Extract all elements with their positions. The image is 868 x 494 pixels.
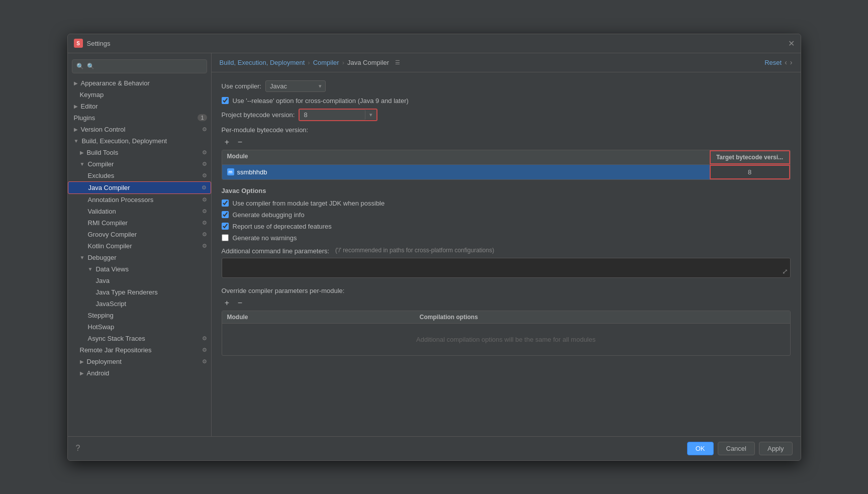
sidebar-item-label: Build, Execution, Deployment bbox=[81, 137, 167, 145]
breadcrumb-sep1: › bbox=[308, 59, 310, 66]
check1-checkbox[interactable] bbox=[222, 200, 229, 207]
override-label: Override compiler parameters per-module: bbox=[222, 287, 791, 294]
expand-icon[interactable]: ⤢ bbox=[782, 267, 788, 275]
sidebar-item-build-tools[interactable]: ▶ Build Tools ⚙ bbox=[68, 147, 211, 158]
settings-icon: ⚙ bbox=[202, 172, 207, 179]
override-placeholder: Additional compilation options will be t… bbox=[222, 324, 790, 355]
sidebar-item-label: RMI Compiler bbox=[88, 219, 128, 227]
sidebar-item-appearance[interactable]: ▶ Appearance & Behavior bbox=[68, 77, 211, 89]
remove-override-btn[interactable]: − bbox=[235, 298, 246, 309]
sidebar-item-java[interactable]: Java bbox=[68, 275, 211, 286]
sidebar-item-java-type-renderers[interactable]: Java Type Renderers bbox=[68, 286, 211, 298]
settings-icon: ⚙ bbox=[202, 161, 207, 167]
sidebar-item-label: Annotation Processors bbox=[88, 196, 154, 204]
breadcrumb-compiler[interactable]: Compiler bbox=[313, 59, 339, 66]
search-box[interactable]: 🔍 bbox=[72, 59, 207, 73]
override-table: Module Compilation options Additional co… bbox=[222, 311, 791, 356]
bytecode-dropdown-btn[interactable]: ▾ bbox=[365, 110, 376, 120]
cancel-button[interactable]: Cancel bbox=[718, 442, 755, 455]
sidebar-item-remote-jar[interactable]: Remote Jar Repositories ⚙ bbox=[68, 344, 211, 356]
expand-icon: ▶ bbox=[80, 359, 84, 364]
sidebar-item-label: JavaScript bbox=[96, 300, 127, 308]
module-cell: m ssmbhhdb bbox=[222, 165, 710, 179]
check2-label: Generate debugging info bbox=[233, 211, 305, 219]
add-module-btn[interactable]: + bbox=[222, 137, 233, 148]
breadcrumb-bar: Build, Execution, Deployment › Compiler … bbox=[212, 53, 801, 72]
remove-module-btn[interactable]: − bbox=[235, 137, 246, 148]
sidebar-item-stepping[interactable]: Stepping bbox=[68, 310, 211, 321]
dialog-title: Settings bbox=[87, 40, 111, 47]
sidebar-item-label: Data Views bbox=[95, 265, 129, 273]
expand-icon: ▶ bbox=[74, 104, 78, 109]
sidebar-item-groovy-compiler[interactable]: Groovy Compiler ⚙ bbox=[68, 229, 211, 240]
sidebar-item-android[interactable]: ▶ Android bbox=[68, 367, 211, 379]
sidebar-item-compiler[interactable]: ▼ Compiler ⚙ bbox=[68, 158, 211, 170]
breadcrumb-build[interactable]: Build, Execution, Deployment bbox=[220, 59, 305, 66]
sidebar-item-label: Debugger bbox=[87, 254, 116, 261]
dialog-body: 🔍 ▶ Appearance & Behavior Keymap ▶ Edito… bbox=[68, 53, 801, 436]
sidebar: 🔍 ▶ Appearance & Behavior Keymap ▶ Edito… bbox=[68, 53, 212, 436]
override-table-toolbar: + − bbox=[222, 298, 791, 309]
check3-label: Report use of deprecated features bbox=[233, 223, 332, 230]
apply-button[interactable]: Apply bbox=[759, 442, 793, 455]
sidebar-item-async-stack-traces[interactable]: Async Stack Traces ⚙ bbox=[68, 333, 211, 344]
check2-checkbox[interactable] bbox=[222, 211, 229, 218]
sidebar-item-hotswap[interactable]: HotSwap bbox=[68, 321, 211, 333]
sidebar-item-data-views[interactable]: ▼ Data Views bbox=[68, 263, 211, 275]
ok-button[interactable]: OK bbox=[687, 442, 714, 455]
cmd-hint: ('/' recommended in paths for cross-plat… bbox=[335, 247, 494, 254]
sidebar-item-label: Validation bbox=[88, 208, 116, 215]
bytecode-label: Project bytecode version: bbox=[222, 111, 295, 119]
settings-icon: ⚙ bbox=[202, 220, 207, 226]
sidebar-item-label: Java Type Renderers bbox=[96, 288, 158, 296]
sidebar-item-label: Groovy Compiler bbox=[88, 231, 137, 238]
cmd-section: Additional command line parameters: ('/'… bbox=[222, 247, 791, 285]
target-value: 8 bbox=[748, 168, 751, 176]
target-cell[interactable]: 8 bbox=[710, 165, 790, 179]
add-override-btn[interactable]: + bbox=[222, 298, 233, 309]
sidebar-item-validation[interactable]: Validation ⚙ bbox=[68, 206, 211, 217]
sidebar-item-label: Deployment bbox=[87, 358, 122, 365]
search-input[interactable] bbox=[87, 63, 203, 70]
per-module-section: Per-module bytecode version: + − Module … bbox=[222, 126, 791, 180]
sidebar-item-rmi-compiler[interactable]: RMI Compiler ⚙ bbox=[68, 217, 211, 229]
sidebar-item-build-execution[interactable]: ▼ Build, Execution, Deployment bbox=[68, 135, 211, 147]
sidebar-item-deployment[interactable]: ▶ Deployment ⚙ bbox=[68, 356, 211, 367]
settings-icon: ⚙ bbox=[202, 335, 207, 342]
sidebar-item-version-control[interactable]: ▶ Version Control ⚙ bbox=[68, 124, 211, 135]
table-row[interactable]: m ssmbhhdb 8 bbox=[222, 165, 790, 179]
sidebar-item-java-compiler[interactable]: Java Compiler ⚙ bbox=[68, 181, 211, 194]
breadcrumb-current: Java Compiler bbox=[347, 59, 389, 66]
back-button[interactable]: ‹ bbox=[785, 58, 787, 66]
breadcrumb-menu-icon[interactable]: ☰ bbox=[395, 59, 400, 66]
check4-row: Generate no warnings bbox=[222, 234, 791, 242]
cmd-input-area[interactable]: ⤢ bbox=[222, 258, 791, 278]
sidebar-item-keymap[interactable]: Keymap bbox=[68, 89, 211, 101]
compiler-select[interactable]: Javac bbox=[265, 80, 326, 92]
sidebar-item-editor[interactable]: ▶ Editor bbox=[68, 101, 211, 112]
forward-button[interactable]: › bbox=[790, 58, 793, 66]
cross-compile-checkbox[interactable] bbox=[222, 97, 229, 104]
sidebar-item-debugger[interactable]: ▼ Debugger bbox=[68, 252, 211, 263]
sidebar-item-label: Async Stack Traces bbox=[88, 335, 145, 342]
expand-icon: ▼ bbox=[80, 161, 85, 167]
module-table: Module Target bytecode versi... m ssmbhh… bbox=[222, 150, 791, 180]
reset-button[interactable]: Reset bbox=[764, 59, 782, 66]
sidebar-item-annotation-processors[interactable]: Annotation Processors ⚙ bbox=[68, 194, 211, 206]
sidebar-item-javascript[interactable]: JavaScript bbox=[68, 298, 211, 310]
expand-icon: ▼ bbox=[80, 255, 85, 260]
sidebar-item-excludes[interactable]: Excludes ⚙ bbox=[68, 170, 211, 181]
sidebar-item-label: Plugins bbox=[74, 114, 95, 122]
close-button[interactable]: ✕ bbox=[788, 39, 795, 48]
help-button[interactable]: ? bbox=[76, 444, 80, 453]
check3-checkbox[interactable] bbox=[222, 223, 229, 230]
sidebar-item-plugins[interactable]: Plugins 1 bbox=[68, 112, 211, 124]
nav-buttons: Reset ‹ › bbox=[764, 58, 792, 66]
bytecode-input[interactable] bbox=[300, 110, 365, 120]
dialog-footer: ? OK Cancel Apply bbox=[68, 436, 801, 460]
expand-icon: ▼ bbox=[88, 266, 93, 272]
sidebar-item-kotlin-compiler[interactable]: Kotlin Compiler ⚙ bbox=[68, 240, 211, 252]
check4-checkbox[interactable] bbox=[222, 234, 229, 241]
module-icon: m bbox=[227, 168, 234, 175]
settings-dialog: S Settings ✕ 🔍 ▶ Appearance & Behavior K… bbox=[67, 34, 801, 461]
